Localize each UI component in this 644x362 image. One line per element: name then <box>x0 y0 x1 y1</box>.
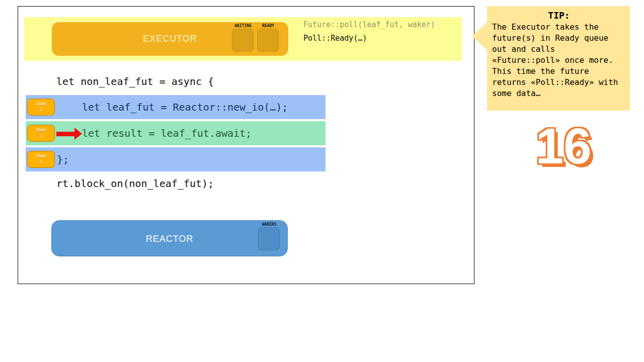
code-line-state2: let result = leaf_fut.await; <box>82 121 252 145</box>
code-line-state3: }; <box>57 147 69 171</box>
code-row-state3: State 3 }; <box>26 147 326 171</box>
arrow-head <box>74 128 82 140</box>
state2-badge-number: 2 <box>40 133 42 138</box>
code-closing-line: rt.block_on(non_leaf_fut); <box>56 177 214 190</box>
state2-badge: State 2 <box>27 125 55 142</box>
executor-box: EXECUTOR WAITING READY <box>52 22 288 56</box>
current-line-arrow-icon <box>56 128 82 140</box>
wakers-queue-label: WAKERS <box>258 222 280 227</box>
future-poll-call-text: Future::poll(leaf_fut, waker) <box>303 19 435 30</box>
code-opening-line: let non_leaf_fut = async { <box>56 75 214 88</box>
state1-badge: State 1 <box>27 99 55 116</box>
tip-title: TIP: <box>492 10 626 21</box>
waiting-queue-label: WAITING <box>232 24 254 28</box>
diagram-frame: EXECUTOR WAITING READY Future::poll(leaf… <box>18 6 474 284</box>
state1-badge-label: State <box>36 101 46 106</box>
ready-queue-slot <box>257 29 279 52</box>
tip-callout: TIP: The Executor takes the future(s) in… <box>487 6 630 111</box>
wakers-queue-slot <box>258 227 280 250</box>
state3-badge-label: State <box>36 153 46 158</box>
executor-banner: EXECUTOR WAITING READY Future::poll(leaf… <box>24 17 462 61</box>
state2-badge-label: State <box>36 127 46 132</box>
wakers-queue: WAKERS <box>258 222 280 250</box>
state3-badge-number: 3 <box>40 159 42 164</box>
code-row-state2: State 2 let result = leaf_fut.await; <box>26 121 326 145</box>
tip-callout-pointer <box>472 22 487 50</box>
page-number: 16 <box>518 118 609 174</box>
code-line-state1: let leaf_fut = Reactor::new_io(…); <box>82 95 288 119</box>
arrow-tail <box>56 132 74 136</box>
poll-ready-result-text: Poll::Ready(…) <box>303 33 367 44</box>
tip-body: The Executor takes the future(s) in Read… <box>492 22 626 99</box>
reactor-box: REACTOR WAKERS <box>51 220 288 256</box>
waiting-queue: WAITING <box>232 24 254 52</box>
reactor-label: REACTOR <box>52 221 287 257</box>
code-row-state1: State 1 let leaf_fut = Reactor::new_io(…… <box>26 95 326 119</box>
ready-queue: READY <box>257 24 279 52</box>
state3-badge: State 3 <box>27 151 55 168</box>
waiting-queue-slot <box>232 29 254 52</box>
ready-queue-label: READY <box>257 24 279 28</box>
state1-badge-number: 1 <box>40 107 42 112</box>
